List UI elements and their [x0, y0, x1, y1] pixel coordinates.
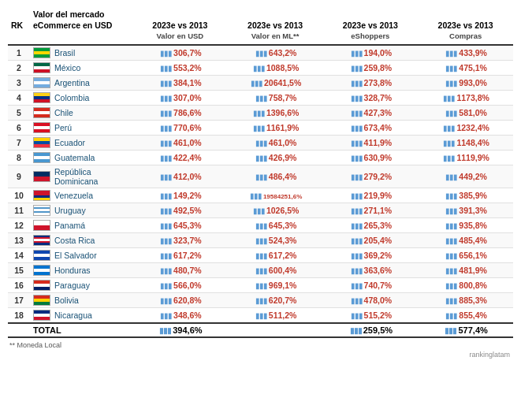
val-eshop-cell: ▮▮▮369,2%: [323, 247, 419, 262]
flag-py: [33, 280, 50, 291]
country-cell: Bolivia: [30, 292, 132, 307]
bar-chart-icon: ▮▮▮: [351, 124, 363, 132]
val-eshop-cell: ▮▮▮328,7%: [323, 90, 419, 105]
table-row: 15Honduras▮▮▮480,7%▮▮▮600,4%▮▮▮363,6%▮▮▮…: [8, 262, 513, 277]
val-comp-cell: ▮▮▮385,9%: [418, 188, 513, 203]
rank-cell: 13: [8, 232, 30, 247]
total-row: TOTAL▮▮▮394,6%▮▮▮259,5%▮▮▮577,4%: [8, 323, 513, 337]
bar-chart-icon: ▮▮▮: [253, 124, 265, 132]
total-eshop: ▮▮▮259,5%: [323, 323, 419, 337]
country-name: Guatemala: [54, 153, 95, 162]
bar-chart-icon: ▮▮▮: [255, 311, 267, 320]
bar-chart-icon: ▮▮▮: [253, 206, 265, 215]
bar-chart-icon: ▮▮▮: [351, 191, 363, 200]
table-row: 4Colombia▮▮▮307,0%▮▮▮758,7%▮▮▮328,7%▮▮▮1…: [8, 90, 513, 105]
val-eshop-cell: ▮▮▮219,9%: [323, 188, 419, 203]
val-comp-cell: ▮▮▮800,8%: [418, 277, 513, 292]
total-rk: [8, 323, 30, 337]
bar-chart-icon: ▮▮▮: [445, 191, 457, 200]
country-cell: Argentina: [30, 75, 132, 90]
bar-chart-icon: ▮▮▮: [443, 154, 455, 162]
val-ml-cell: ▮▮▮20641,5%: [228, 75, 323, 90]
val-ml-cell: ▮▮▮486,4%: [228, 165, 323, 188]
bar-chart-icon: ▮▮▮: [160, 94, 172, 102]
bar-chart-icon: ▮▮▮: [443, 124, 455, 132]
bar-chart-icon: ▮▮▮: [160, 49, 172, 58]
country-cell: Chile: [30, 105, 132, 120]
bar-chart-icon: ▮▮▮: [445, 281, 457, 290]
country-name: Paraguay: [54, 281, 90, 290]
bar-chart-icon: ▮▮▮: [445, 311, 457, 320]
val-usd-cell: ▮▮▮566,0%: [132, 277, 228, 292]
val-ml-cell: ▮▮▮758,7%: [228, 90, 323, 105]
flag-ar: [33, 77, 50, 88]
country-cell: Honduras: [30, 262, 132, 277]
val-usd-cell: ▮▮▮645,3%: [132, 217, 228, 232]
val-comp-cell: ▮▮▮656,1%: [418, 247, 513, 262]
bar-chart-icon: ▮▮▮: [351, 236, 363, 245]
bar-chart-icon: ▮▮▮: [351, 49, 363, 58]
val-usd-cell: ▮▮▮307,0%: [132, 90, 228, 105]
flag-mx: [33, 62, 50, 73]
val-comp-cell: ▮▮▮935,8%: [418, 217, 513, 232]
val-comp-cell: ▮▮▮855,4%: [418, 307, 513, 323]
flag-ve: [33, 190, 50, 201]
col-eshop-sub: eShoppers: [323, 32, 419, 44]
country-name: República Dominicana: [54, 167, 129, 186]
bar-chart-icon: ▮▮▮: [350, 326, 362, 335]
country-name: El Salvador: [54, 251, 97, 260]
flag-cl: [33, 107, 50, 118]
country-name: Ecuador: [54, 138, 85, 147]
table-row: 7Ecuador▮▮▮461,0%▮▮▮461,0%▮▮▮411,9%▮▮▮11…: [8, 135, 513, 150]
val-comp-cell: ▮▮▮391,3%: [418, 203, 513, 217]
bar-chart-icon: ▮▮▮: [160, 236, 172, 245]
rank-cell: 5: [8, 105, 30, 120]
flag-ni: [33, 310, 50, 321]
val-usd-cell: ▮▮▮620,8%: [132, 292, 228, 307]
val-comp-cell: ▮▮▮885,3%: [418, 292, 513, 307]
val-usd-cell: ▮▮▮323,7%: [132, 232, 228, 247]
table-row: 9República Dominicana▮▮▮412,0%▮▮▮486,4%▮…: [8, 165, 513, 188]
country-name: México: [54, 63, 80, 72]
val-usd-cell: ▮▮▮422,4%: [132, 150, 228, 165]
bar-chart-icon: ▮▮▮: [445, 221, 457, 230]
val-eshop-cell: ▮▮▮740,7%: [323, 277, 419, 292]
bar-chart-icon: ▮▮▮: [351, 154, 363, 162]
country-name: Perú: [54, 123, 72, 132]
val-ml-cell: ▮▮▮617,2%: [228, 247, 323, 262]
bar-chart-icon: ▮▮▮: [160, 124, 172, 132]
country-cell: Guatemala: [30, 150, 132, 165]
bar-chart-icon: ▮▮▮: [445, 64, 457, 72]
total-usd: ▮▮▮394,6%: [132, 323, 228, 337]
val-comp-cell: ▮▮▮1148,4%: [418, 135, 513, 150]
bar-chart-icon: ▮▮▮: [443, 139, 455, 147]
val-eshop-cell: ▮▮▮279,2%: [323, 165, 419, 188]
col-usd-header-top: 2023e vs 2013: [132, 6, 228, 32]
footnote: ** Moneda Local: [8, 341, 513, 349]
val-ml-cell: ▮▮▮1026,5%: [228, 203, 323, 217]
bar-chart-icon: ▮▮▮: [253, 109, 265, 117]
country-cell: Brasil: [30, 45, 132, 61]
val-comp-cell: ▮▮▮993,0%: [418, 75, 513, 90]
table-row: 13Costa Rica▮▮▮323,7%▮▮▮524,3%▮▮▮205,4%▮…: [8, 232, 513, 247]
bar-chart-icon: ▮▮▮: [255, 139, 267, 147]
bar-chart-icon: ▮▮▮: [351, 139, 363, 147]
flag-sv: [33, 250, 50, 261]
bar-chart-icon: ▮▮▮: [445, 79, 457, 87]
bar-chart-icon: ▮▮▮: [160, 281, 172, 290]
bar-chart-icon: ▮▮▮: [255, 173, 267, 181]
val-eshop-cell: ▮▮▮630,9%: [323, 150, 419, 165]
rank-cell: 2: [8, 60, 30, 75]
bar-chart-icon: ▮▮▮: [351, 79, 363, 87]
bar-chart-icon: ▮▮▮: [445, 49, 457, 58]
bar-chart-icon: ▮▮▮: [160, 139, 172, 147]
bar-chart-icon: ▮▮▮: [255, 296, 267, 305]
col-comp-header-top: 2023e vs 2013: [418, 6, 513, 32]
bar-chart-icon: ▮▮▮: [255, 236, 267, 245]
country-cell: República Dominicana: [30, 165, 132, 188]
brand: rankinglatam: [8, 351, 513, 359]
col-rk-sub: [8, 32, 30, 44]
country-cell: El Salvador: [30, 247, 132, 262]
bar-chart-icon: ▮▮▮: [160, 173, 172, 181]
bar-chart-icon: ▮▮▮: [445, 296, 457, 305]
